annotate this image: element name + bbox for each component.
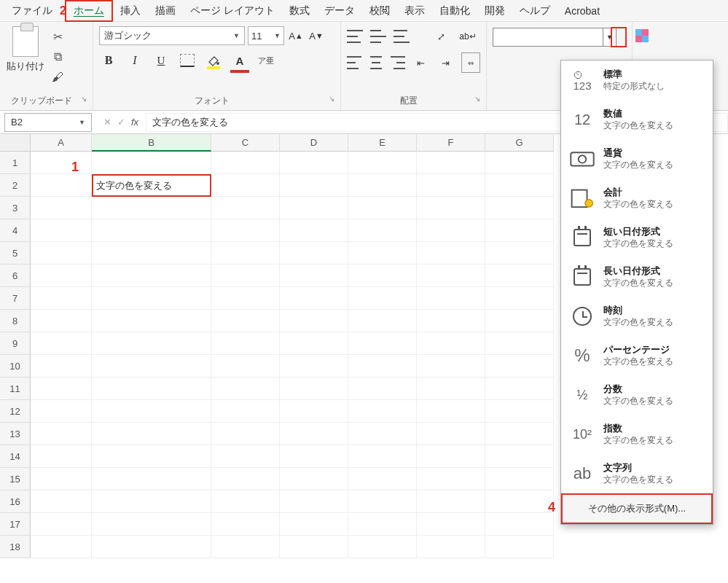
cell[interactable] [417,536,485,558]
col-header-A[interactable]: A [31,134,92,152]
menu-item[interactable]: 校閲 [362,1,397,20]
select-all-button[interactable] [0,134,31,152]
cell[interactable] [211,332,280,355]
cell[interactable] [485,536,554,558]
align-right-icon[interactable] [391,56,405,69]
cell[interactable] [211,242,280,265]
format-option[interactable]: 短い日付形式文字の色を変える [561,218,713,257]
increase-font-icon[interactable]: A▲ [287,27,305,44]
cell[interactable] [280,174,348,197]
cell[interactable] [417,400,485,423]
cell[interactable] [348,355,417,377]
row-header[interactable]: 12 [0,400,31,423]
format-option[interactable]: ⏲123標準特定の形式なし [561,60,713,100]
cell[interactable] [280,490,348,513]
cell[interactable] [280,310,348,332]
menu-item[interactable]: Acrobat [557,2,607,20]
cell[interactable] [485,445,554,468]
conditional-format-icon[interactable] [635,29,649,42]
cell[interactable] [31,423,92,445]
cell[interactable] [211,197,280,219]
cell[interactable] [92,513,211,536]
align-middle-icon[interactable] [370,30,386,43]
format-option[interactable]: 長い日付形式文字の色を変える [561,257,713,297]
border-button[interactable] [178,51,197,70]
menu-item[interactable]: 自動化 [432,1,477,20]
cell[interactable] [348,513,417,536]
cell[interactable] [211,536,280,558]
cell[interactable] [211,423,280,445]
format-option[interactable]: 会計文字の色を変える [561,179,713,218]
bold-button[interactable]: B [99,51,118,70]
underline-button[interactable]: U [152,51,171,70]
menu-item[interactable]: ファイル [4,1,60,20]
cell[interactable] [485,400,554,423]
cell[interactable] [31,219,92,242]
cell[interactable] [348,152,417,174]
cell[interactable] [211,400,280,423]
col-header-C[interactable]: C [211,134,280,152]
cell[interactable] [348,400,417,423]
row-header[interactable]: 4 [0,219,31,242]
cell[interactable] [348,536,417,558]
menu-item[interactable]: データ [317,1,362,20]
cell[interactable] [417,468,485,490]
cell[interactable] [485,174,554,197]
cell[interactable] [485,490,554,513]
cell[interactable] [31,265,92,287]
menu-item[interactable]: 数式 [282,1,317,20]
cell[interactable] [92,332,211,355]
cell[interactable] [31,197,92,219]
cell[interactable] [31,445,92,468]
cell[interactable] [485,332,554,355]
row-header[interactable]: 6 [0,265,31,287]
row-header[interactable]: 1 [0,152,31,174]
cell[interactable] [280,355,348,377]
enter-icon[interactable]: ✓ [117,117,125,128]
cell[interactable] [485,219,554,242]
cell[interactable] [211,445,280,468]
cell[interactable] [485,377,554,400]
cell[interactable] [485,242,554,265]
format-option[interactable]: 通貨文字の色を変える [561,139,713,179]
cell[interactable] [31,468,92,490]
cell[interactable] [348,219,417,242]
cell[interactable] [485,197,554,219]
cell[interactable] [417,513,485,536]
cell[interactable] [348,445,417,468]
format-option[interactable]: 時刻文字の色を変える [561,297,713,336]
cell[interactable] [485,355,554,377]
cell[interactable] [417,265,485,287]
row-header[interactable]: 18 [0,536,31,558]
decrease-font-icon[interactable]: A▼ [308,27,325,44]
row-header[interactable]: 17 [0,513,31,536]
format-option[interactable]: ½分数文字の色を変える [561,375,713,415]
orientation-button[interactable]: ⤢ [431,27,450,46]
cell[interactable] [92,490,211,513]
menu-item[interactable]: 挿入 [113,1,148,20]
cell[interactable] [92,400,211,423]
col-header-B[interactable]: B [92,134,211,152]
row-header[interactable]: 8 [0,310,31,332]
cell[interactable] [92,152,211,174]
cell[interactable] [417,174,485,197]
format-option[interactable]: %パーセンテージ文字の色を変える [561,336,713,375]
row-header[interactable]: 9 [0,332,31,355]
cell[interactable] [92,355,211,377]
name-box[interactable]: B2▼ [4,113,92,132]
cell[interactable] [211,310,280,332]
cut-icon[interactable]: ✂ [50,29,66,44]
cell[interactable] [31,287,92,310]
cell[interactable] [31,400,92,423]
cell[interactable] [31,536,92,558]
cell[interactable] [280,377,348,400]
cell[interactable] [280,536,348,558]
cell[interactable] [211,377,280,400]
cell[interactable] [417,423,485,445]
cell[interactable] [280,265,348,287]
col-header-E[interactable]: E [348,134,417,152]
cell[interactable] [280,287,348,310]
cell[interactable] [417,377,485,400]
row-header[interactable]: 13 [0,423,31,445]
row-header[interactable]: 11 [0,377,31,400]
